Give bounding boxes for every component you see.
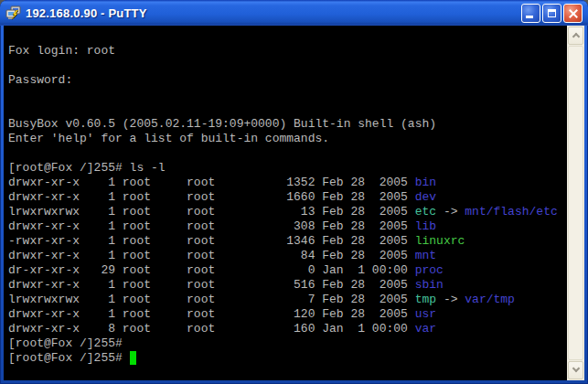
terminal-text-segment: sbin (415, 278, 444, 292)
terminal-line (8, 59, 567, 73)
terminal-line: drwxr-xr-x 8 root root 160 Jan 1 00:00 v… (8, 322, 567, 336)
terminal-lines: Fox login: rootPassword:BusyBox v0.60.5 … (8, 29, 567, 366)
terminal-text-segment: lrwxrwxrwx 1 root root 13 Feb 28 2005 (8, 205, 415, 219)
terminal-text-segment: -> (436, 205, 465, 219)
terminal-text-segment: bin (415, 176, 436, 189)
scrollbar-up-button[interactable] (568, 27, 583, 45)
terminal-text-segment: BusyBox v0.60.5 (2005.02.11-19:09+0000) … (8, 117, 436, 131)
maximize-icon (548, 9, 556, 17)
terminal-line: Fox login: root (8, 44, 567, 59)
terminal-text-segment: drwxr-xr-x 1 root root 308 Feb 28 2005 (8, 219, 415, 233)
terminal-line: [root@Fox /]255# (8, 351, 567, 366)
terminal-text-segment: etc (415, 205, 436, 219)
terminal-line: drwxr-xr-x 1 root root 120 Feb 28 2005 u… (8, 307, 567, 322)
terminal-line (8, 146, 567, 161)
scrollbar-track[interactable] (568, 46, 583, 360)
terminal-line (8, 102, 567, 117)
terminal-text-segment: Password: (8, 73, 72, 87)
terminal-text-segment: lib (415, 219, 436, 233)
terminal-text-segment: linuxrc (415, 234, 465, 248)
terminal-text-segment: [root@Fox /]255# (8, 336, 123, 350)
putty-window: 192.168.0.90 - PuTTY Fox login: rootPass… (0, 0, 588, 384)
terminal-text-segment: -rwxr-xr-x 1 root root 1346 Feb 28 2005 (8, 234, 415, 248)
title-bar[interactable]: 192.168.0.90 - PuTTY (0, 0, 588, 26)
terminal-line: [root@Fox /]255# (8, 336, 567, 351)
terminal-line: [root@Fox /]255# ls -l (8, 161, 567, 176)
terminal-text-segment: Fox login: root (8, 44, 115, 58)
terminal-line: lrwxrwxrwx 1 root root 7 Feb 28 2005 tmp… (8, 293, 567, 307)
terminal-line (8, 29, 567, 44)
terminal-text-segment: [root@Fox /]255# (8, 351, 130, 365)
terminal-line: drwxr-xr-x 1 root root 516 Feb 28 2005 s… (8, 278, 567, 293)
terminal-text-segment: var/tmp (465, 293, 515, 306)
terminal-text-segment: drwxr-xr-x 1 root root 120 Feb 28 2005 (8, 307, 415, 321)
terminal-line (8, 88, 567, 102)
terminal-text-segment: mnt (415, 249, 436, 262)
window-body: Fox login: rootPassword:BusyBox v0.60.5 … (4, 26, 584, 380)
terminal-text-segment: [root@Fox /]255# ls -l (8, 161, 166, 175)
minimize-icon (526, 16, 533, 18)
close-button[interactable] (563, 4, 583, 23)
terminal-line: drwxr-xr-x 1 root root 84 Feb 28 2005 mn… (8, 249, 567, 263)
terminal-text-segment: usr (415, 307, 436, 321)
terminal-line: -rwxr-xr-x 1 root root 1346 Feb 28 2005 … (8, 234, 567, 249)
terminal-text-segment: var (415, 322, 436, 336)
terminal-line: drwxr-xr-x 1 root root 1352 Feb 28 2005 … (8, 176, 567, 190)
chevron-down-icon (572, 365, 580, 372)
terminal-text-segment: lrwxrwxrwx 1 root root 7 Feb 28 2005 (8, 293, 415, 306)
terminal-line: BusyBox v0.60.5 (2005.02.11-19:09+0000) … (8, 117, 567, 132)
scrollbar-thumb[interactable] (568, 46, 583, 360)
scrollbar-down-button[interactable] (568, 361, 583, 379)
window-controls (521, 4, 583, 23)
scrollbar[interactable] (567, 26, 584, 380)
terminal-line: drwxr-xr-x 1 root root 308 Feb 28 2005 l… (8, 219, 567, 234)
terminal-line: drwxr-xr-x 1 root root 1660 Feb 28 2005 … (8, 190, 567, 205)
window-title: 192.168.0.90 - PuTTY (26, 6, 516, 20)
terminal-line: Enter 'help' for a list of built-in comm… (8, 132, 567, 146)
terminal-text-segment: drwxr-xr-x 1 root root 1660 Feb 28 2005 (8, 190, 415, 204)
terminal-text-segment: proc (415, 263, 444, 277)
chevron-up-icon (572, 33, 580, 40)
terminal-line: Password: (8, 73, 567, 88)
terminal-cursor (130, 351, 137, 365)
terminal-text-segment: drwxr-xr-x 1 root root 1352 Feb 28 2005 (8, 176, 415, 189)
terminal-text-segment: dr-xr-xr-x 29 root root 0 Jan 1 00:00 (8, 263, 415, 277)
terminal-text-segment: dev (415, 190, 436, 204)
terminal-text-segment: mnt/flash/etc (465, 205, 557, 219)
terminal-text-segment: -> (436, 293, 465, 306)
minimize-button[interactable] (521, 4, 540, 23)
putty-app-icon (5, 5, 22, 21)
terminal-text-segment: tmp (415, 293, 436, 306)
terminal-screen[interactable]: Fox login: rootPassword:BusyBox v0.60.5 … (4, 26, 567, 380)
terminal-line: lrwxrwxrwx 1 root root 13 Feb 28 2005 et… (8, 205, 567, 219)
maximize-button[interactable] (542, 4, 561, 23)
terminal-line: dr-xr-xr-x 29 root root 0 Jan 1 00:00 pr… (8, 263, 567, 278)
terminal-text-segment: drwxr-xr-x 1 root root 516 Feb 28 2005 (8, 278, 415, 292)
terminal-text-segment: drwxr-xr-x 8 root root 160 Jan 1 00:00 (8, 322, 415, 336)
terminal-text-segment: Enter 'help' for a list of built-in comm… (8, 132, 329, 145)
terminal-text-segment: drwxr-xr-x 1 root root 84 Feb 28 2005 (8, 249, 415, 262)
